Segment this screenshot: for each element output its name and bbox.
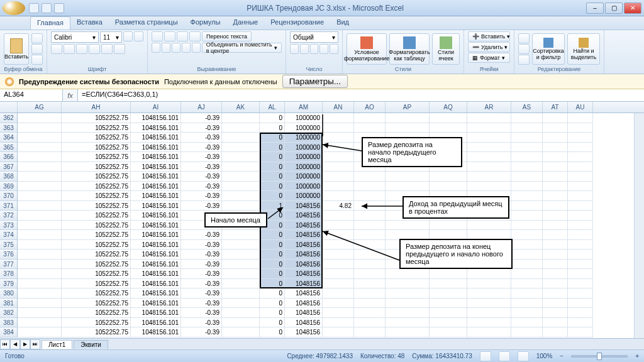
cell[interactable]: [354, 113, 386, 123]
row-header[interactable]: 383: [0, 318, 18, 328]
sheet-nav-last[interactable]: ⏭: [30, 339, 40, 349]
cell[interactable]: [543, 230, 568, 240]
cell[interactable]: 1052252.75: [62, 299, 131, 309]
cell[interactable]: [568, 211, 593, 221]
cell[interactable]: [386, 269, 430, 279]
cell[interactable]: [354, 299, 386, 309]
cell[interactable]: -0.39: [181, 269, 222, 279]
cell[interactable]: 0: [260, 152, 285, 162]
cell[interactable]: -0.39: [181, 113, 222, 123]
insert-cells-button[interactable]: ➕ Вставить ▾: [468, 31, 510, 41]
cell[interactable]: 1048156: [285, 221, 323, 231]
cell[interactable]: [18, 211, 62, 221]
tab-view[interactable]: Вид: [330, 16, 355, 30]
cell[interactable]: 0: [260, 250, 285, 260]
cell[interactable]: 1052252.75: [62, 230, 131, 240]
cell[interactable]: [511, 279, 543, 289]
cell[interactable]: [18, 123, 62, 133]
cell[interactable]: [467, 211, 511, 221]
maximize-button[interactable]: ▢: [605, 3, 623, 14]
cell[interactable]: [543, 143, 568, 153]
cell[interactable]: [568, 240, 593, 250]
cell[interactable]: [467, 162, 511, 172]
table-row[interactable]: 3811052252.751048156.101-0.3901048156: [0, 299, 644, 309]
cell[interactable]: [323, 250, 354, 260]
cell[interactable]: [467, 260, 511, 270]
cell[interactable]: 0: [260, 211, 285, 221]
row-header[interactable]: 380: [0, 288, 18, 299]
view-normal-icon[interactable]: [480, 351, 491, 361]
cell[interactable]: [430, 308, 467, 318]
cell[interactable]: [511, 288, 543, 299]
font-family-combo[interactable]: Calibri▾: [51, 31, 99, 43]
cell[interactable]: [18, 182, 62, 192]
cell[interactable]: [568, 182, 593, 192]
cell[interactable]: [543, 269, 568, 279]
cell[interactable]: [18, 152, 62, 162]
cell[interactable]: [354, 327, 386, 337]
align-left-icon[interactable]: [152, 43, 160, 53]
clear-icon[interactable]: [518, 55, 530, 65]
cell[interactable]: [467, 269, 511, 279]
cell[interactable]: [543, 201, 568, 211]
cut-icon[interactable]: [31, 33, 43, 43]
cell[interactable]: [543, 327, 568, 337]
cell[interactable]: [18, 250, 62, 260]
cell[interactable]: [430, 299, 467, 309]
cell[interactable]: [430, 162, 467, 172]
cell[interactable]: [323, 260, 354, 270]
table-row[interactable]: 3651052252.751048156.101-0.3901000000: [0, 143, 644, 153]
cell[interactable]: [354, 133, 386, 143]
cell[interactable]: 1048156: [285, 260, 323, 270]
cell[interactable]: [386, 260, 430, 270]
table-row[interactable]: 3751052252.751048156.101-0.3901048156: [0, 240, 644, 250]
cell[interactable]: -0.39: [181, 152, 222, 162]
cell[interactable]: 1048156.101: [131, 250, 181, 260]
copy-icon[interactable]: [31, 44, 43, 54]
cell[interactable]: [543, 152, 568, 162]
save-icon[interactable]: [29, 3, 39, 13]
cell[interactable]: -0.39: [181, 182, 222, 192]
cell[interactable]: -0.39: [181, 143, 222, 153]
cell[interactable]: [430, 113, 467, 123]
column-header-AR[interactable]: AR: [467, 102, 511, 112]
cell[interactable]: [568, 191, 593, 201]
table-row[interactable]: 3701052252.751048156.101-0.3901000000: [0, 191, 644, 201]
cell[interactable]: [511, 221, 543, 231]
sheet-nav-prev[interactable]: ◀: [10, 339, 20, 349]
table-row[interactable]: 3671052252.751048156.101-0.3901000000: [0, 162, 644, 172]
select-all-corner[interactable]: [0, 102, 18, 112]
cell[interactable]: 1048156.101: [131, 201, 181, 211]
percent-icon[interactable]: [300, 44, 309, 54]
cell[interactable]: 1048156.101: [131, 133, 181, 143]
cell[interactable]: 1000000: [285, 162, 323, 172]
bold-icon[interactable]: [51, 44, 62, 54]
cell[interactable]: 1052252.75: [62, 240, 131, 250]
cell[interactable]: [222, 308, 260, 318]
cell[interactable]: [323, 123, 354, 133]
cell[interactable]: [222, 143, 260, 153]
table-row[interactable]: 3681052252.751048156.101-0.3901000000: [0, 172, 644, 182]
cell[interactable]: [430, 269, 467, 279]
column-header-AN[interactable]: AN: [323, 102, 354, 112]
cell[interactable]: [568, 288, 593, 299]
cell[interactable]: [511, 327, 543, 337]
delete-cells-button[interactable]: ➖ Удалить ▾: [468, 42, 510, 52]
inc-dec-icon[interactable]: [319, 44, 328, 54]
cell[interactable]: [323, 230, 354, 240]
cell[interactable]: [568, 250, 593, 260]
cell[interactable]: [386, 211, 430, 221]
align-bottom-icon[interactable]: [177, 31, 188, 41]
cell[interactable]: [18, 133, 62, 143]
cell[interactable]: [511, 240, 543, 250]
cell[interactable]: 1048156: [285, 269, 323, 279]
cell[interactable]: -0.39: [181, 211, 222, 221]
cell[interactable]: -0.39: [181, 318, 222, 328]
cell[interactable]: [323, 327, 354, 337]
cell[interactable]: 0: [260, 288, 285, 299]
cell[interactable]: [222, 250, 260, 260]
cell[interactable]: [430, 327, 467, 337]
name-box[interactable]: AL364: [0, 89, 63, 101]
column-header-AU[interactable]: AU: [568, 102, 593, 112]
cell[interactable]: [222, 201, 260, 211]
